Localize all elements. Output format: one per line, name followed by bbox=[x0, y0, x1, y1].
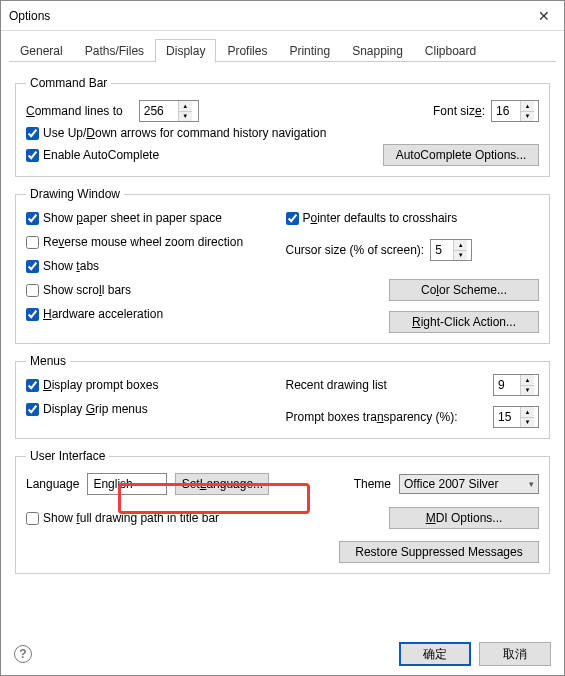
tab-display[interactable]: Display bbox=[155, 39, 216, 63]
spin-down-icon[interactable]: ▼ bbox=[179, 112, 192, 122]
group-ui-legend: User Interface bbox=[26, 449, 109, 463]
close-button[interactable]: ✕ bbox=[524, 1, 564, 30]
spin-down-icon[interactable]: ▼ bbox=[521, 112, 534, 122]
tab-strip: General Paths/Files Display Profiles Pri… bbox=[1, 31, 564, 62]
show-full-path-checkbox[interactable]: Show full drawing path in title bar bbox=[26, 511, 219, 525]
hardware-accel-checkbox[interactable]: Hardware acceleration bbox=[26, 307, 280, 321]
group-menus: Menus Display prompt boxes Display Grip … bbox=[15, 354, 550, 439]
cursor-size-spinner[interactable]: ▲▼ bbox=[430, 239, 472, 261]
right-click-action-button[interactable]: Right-Click Action... bbox=[389, 311, 539, 333]
grip-menus-checkbox[interactable]: Display Grip menus bbox=[26, 402, 280, 416]
set-language-button[interactable]: Set Language... bbox=[175, 473, 269, 495]
font-size-spinner[interactable]: ▲▼ bbox=[491, 100, 539, 122]
dialog-footer: ? 确定 取消 bbox=[0, 634, 565, 676]
group-menus-legend: Menus bbox=[26, 354, 70, 368]
spin-down-icon[interactable]: ▼ bbox=[454, 251, 467, 261]
theme-select[interactable]: Office 2007 Silver ▾ bbox=[399, 474, 539, 494]
spin-up-icon[interactable]: ▲ bbox=[521, 407, 534, 418]
tab-printing[interactable]: Printing bbox=[278, 39, 341, 62]
recent-drawing-spinner[interactable]: ▲▼ bbox=[493, 374, 539, 396]
recent-drawing-label: Recent drawing list bbox=[286, 378, 387, 392]
tab-clipboard[interactable]: Clipboard bbox=[414, 39, 487, 62]
mdi-options-button[interactable]: MDI Options... bbox=[389, 507, 539, 529]
command-lines-spinner[interactable]: ▲▼ bbox=[139, 100, 199, 122]
font-size-input[interactable] bbox=[492, 101, 520, 121]
autocomplete-checkbox[interactable]: Enable AutoComplete bbox=[26, 148, 159, 162]
spin-up-icon[interactable]: ▲ bbox=[179, 101, 192, 112]
color-scheme-button[interactable]: Color Scheme... bbox=[389, 279, 539, 301]
group-drawing-window-legend: Drawing Window bbox=[26, 187, 124, 201]
autocomplete-options-button[interactable]: AutoComplete Options... bbox=[383, 144, 539, 166]
prompt-boxes-checkbox[interactable]: Display prompt boxes bbox=[26, 378, 280, 392]
show-scrollbars-checkbox[interactable]: Show scroll bars bbox=[26, 283, 280, 297]
recent-drawing-input[interactable] bbox=[494, 375, 520, 395]
group-command-bar-legend: Command Bar bbox=[26, 76, 111, 90]
transparency-label: Prompt boxes transparency (%): bbox=[286, 410, 458, 424]
spin-down-icon[interactable]: ▼ bbox=[521, 386, 534, 396]
tab-profiles[interactable]: Profiles bbox=[216, 39, 278, 62]
spin-up-icon[interactable]: ▲ bbox=[454, 240, 467, 251]
tab-paths-files[interactable]: Paths/Files bbox=[74, 39, 155, 62]
ok-button[interactable]: 确定 bbox=[399, 642, 471, 666]
language-label: Language bbox=[26, 477, 79, 491]
reverse-wheel-checkbox[interactable]: Reverse mouse wheel zoom direction bbox=[26, 235, 280, 249]
cancel-button[interactable]: 取消 bbox=[479, 642, 551, 666]
restore-suppressed-button[interactable]: Restore Suppressed Messages bbox=[339, 541, 539, 563]
cursor-size-input[interactable] bbox=[431, 240, 453, 260]
group-command-bar: Command Bar Command lines to ▲▼ Font siz… bbox=[15, 76, 550, 177]
language-input[interactable] bbox=[87, 473, 167, 495]
command-lines-input[interactable] bbox=[140, 101, 178, 121]
chevron-down-icon: ▾ bbox=[529, 479, 534, 489]
command-lines-label: Command lines to bbox=[26, 104, 123, 118]
tab-general[interactable]: General bbox=[9, 39, 74, 62]
font-size-label: Font size: bbox=[433, 104, 485, 118]
transparency-spinner[interactable]: ▲▼ bbox=[493, 406, 539, 428]
show-tabs-checkbox[interactable]: Show tabs bbox=[26, 259, 280, 273]
window-title: Options bbox=[9, 9, 50, 23]
spin-down-icon[interactable]: ▼ bbox=[521, 418, 534, 428]
titlebar: Options ✕ bbox=[1, 1, 564, 31]
pointer-crosshairs-checkbox[interactable]: Pointer defaults to crosshairs bbox=[286, 211, 458, 225]
group-drawing-window: Drawing Window Show paper sheet in paper… bbox=[15, 187, 550, 344]
help-icon[interactable]: ? bbox=[14, 645, 32, 663]
spin-up-icon[interactable]: ▲ bbox=[521, 375, 534, 386]
tab-snapping[interactable]: Snapping bbox=[341, 39, 414, 62]
transparency-input[interactable] bbox=[494, 407, 520, 427]
group-user-interface: User Interface Language Set Language... … bbox=[15, 449, 550, 574]
spin-up-icon[interactable]: ▲ bbox=[521, 101, 534, 112]
show-paper-checkbox[interactable]: Show paper sheet in paper space bbox=[26, 211, 280, 225]
cursor-size-label: Cursor size (% of screen): bbox=[286, 243, 425, 257]
theme-label: Theme bbox=[354, 477, 391, 491]
updown-arrows-checkbox[interactable]: Use Up/Down arrows for command history n… bbox=[26, 126, 539, 140]
